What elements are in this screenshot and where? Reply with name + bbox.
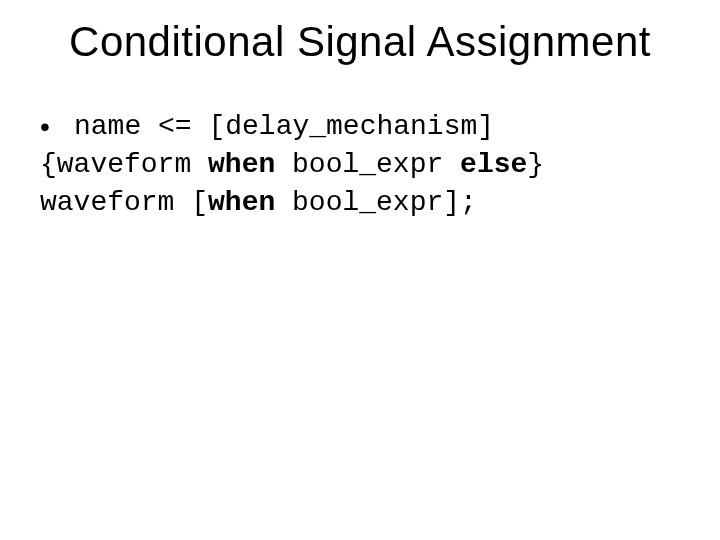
code-seg: } — [527, 149, 544, 180]
code-line-3: waveform [when bool_expr]; — [40, 184, 680, 222]
code-keyword-else: else — [460, 149, 527, 180]
slide-body: • name <= [delay_mechanism] {waveform wh… — [40, 108, 680, 221]
code-seg: {waveform — [40, 149, 208, 180]
bullet-icon: • — [40, 108, 74, 146]
slide: Conditional Signal Assignment • name <= … — [0, 0, 720, 540]
code-line-2: {waveform when bool_expr else} — [40, 146, 680, 184]
bullet-item: • name <= [delay_mechanism] — [40, 108, 680, 146]
code-seg: waveform [ — [40, 187, 208, 218]
code-keyword-when: when — [208, 149, 275, 180]
slide-title: Conditional Signal Assignment — [0, 18, 720, 66]
code-keyword-when: when — [208, 187, 275, 218]
code-seg: bool_expr — [275, 149, 460, 180]
code-line-1: name <= [delay_mechanism] — [74, 108, 494, 146]
code-seg: bool_expr]; — [275, 187, 477, 218]
